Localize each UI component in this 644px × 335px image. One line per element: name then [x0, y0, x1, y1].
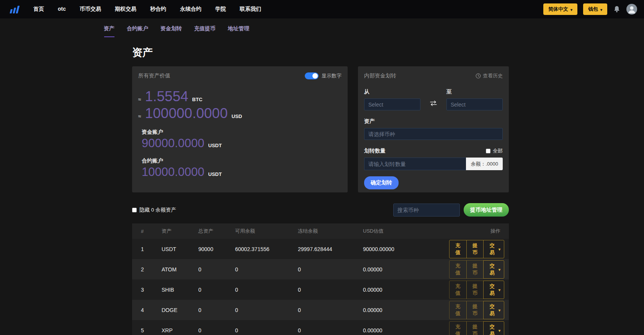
clock-icon [476, 73, 481, 79]
asset-name: ATOM [162, 266, 198, 273]
internal-transfer-card: 内部资金划转 查看历史 从 [358, 66, 509, 192]
nav-item-otc[interactable]: otc [58, 6, 66, 13]
topbar: 首页 otc 币币交易 期权交易 秒合约 永续合约 学院 联系我们 简体中文 钱… [0, 0, 644, 18]
funding-account-block: 资金账户 90000.0000 USDT [138, 129, 342, 150]
total-balance: 0 [198, 307, 235, 313]
nav-item-options-trade[interactable]: 期权交易 [115, 6, 136, 13]
nav-item-perpetual-contract[interactable]: 永续合约 [180, 6, 201, 13]
transfer-card-title: 内部资金划转 [364, 72, 396, 79]
table-row-atom: 2 ATOM 0 0 0 0.00000 充值 提币 交易 [132, 259, 509, 279]
funding-account-value: 90000.0000 [142, 136, 204, 150]
tab-deposit-withdraw[interactable]: 充值提币 [194, 25, 216, 37]
btc-total-value: 1.5554 [145, 89, 188, 105]
contract-account-value: 10000.0000 [142, 165, 204, 179]
transfer-amount-input[interactable] [364, 158, 466, 170]
nav-item-second-contract[interactable]: 秒合约 [150, 6, 166, 13]
deposit-button[interactable]: 充值 [449, 281, 467, 299]
withdraw-address-management-button[interactable]: 提币地址管理 [464, 203, 509, 217]
deposit-button[interactable]: 充值 [449, 301, 467, 319]
total-assets-card: 所有资产价值 显示数字 ≈ 1.5554 BTC ≈ 100000.0000 U… [132, 66, 348, 192]
usd-valuation: 0.00000 [363, 327, 449, 333]
total-balance: 0 [198, 266, 235, 273]
deposit-button[interactable]: 充值 [449, 260, 467, 279]
available-balance: 60002.371556 [235, 246, 298, 252]
nav-item-home[interactable]: 首页 [33, 6, 44, 13]
total-balance: 90000 [198, 246, 235, 252]
table-row-xrp: 5 XRP 0 0 0 0.00000 充值 提币 交易 [132, 320, 509, 335]
tab-address-management[interactable]: 地址管理 [228, 25, 249, 37]
withdraw-button[interactable]: 提币 [466, 260, 484, 279]
trade-dropdown-button[interactable]: 交易 [483, 260, 504, 279]
wallet-tabbar: 资产 合约账户 资金划转 充值提币 地址管理 [0, 18, 644, 37]
table-row-doge: 4 DOGE 0 0 0 0.00000 充值 提币 交易 [132, 300, 509, 320]
available-balance: 0 [235, 287, 298, 293]
approx-symbol: ≈ [138, 96, 141, 102]
chevron-down-icon [499, 266, 500, 272]
from-label: 从 [364, 89, 420, 95]
balance-addon: 余额：.0000 [466, 158, 503, 170]
main-content: 资产 所有资产价值 显示数字 ≈ 1.5554 BTC ≈ 100000.000… [132, 46, 509, 335]
btc-unit: BTC [192, 97, 203, 102]
view-history-link[interactable]: 查看历史 [476, 72, 503, 79]
notification-bell-icon[interactable] [613, 5, 621, 13]
from-select[interactable] [364, 99, 420, 110]
table-header: # 资产 总资产 可用余额 冻结余额 USD估值 操作 [132, 223, 509, 239]
trade-dropdown-button[interactable]: 交易 [483, 301, 504, 319]
checkbox[interactable] [486, 149, 490, 153]
usd-valuation: 0.00000 [363, 266, 449, 273]
tab-contract-account[interactable]: 合约账户 [127, 25, 148, 37]
table-row-shib: 3 SHIB 0 0 0 0.00000 充值 提币 交易 [132, 279, 509, 300]
usd-valuation: 0.00000 [363, 287, 449, 293]
withdraw-button[interactable]: 提币 [466, 301, 484, 319]
row-index: 5 [141, 327, 162, 333]
transfer-all-checkbox[interactable]: 全部 [486, 148, 503, 154]
withdraw-button[interactable]: 提币 [466, 321, 484, 335]
wallet-dropdown-button[interactable]: 钱包 [583, 3, 607, 15]
hide-zero-balance-checkbox[interactable]: 隐藏 0 余额资产 [132, 207, 176, 213]
approx-symbol: ≈ [138, 113, 141, 119]
trade-dropdown-button[interactable]: 交易 [483, 240, 504, 258]
toggle-switch[interactable] [305, 72, 319, 79]
person-icon [626, 4, 637, 15]
withdraw-button[interactable]: 提币 [466, 240, 484, 258]
brand-logo-icon[interactable] [10, 5, 20, 13]
search-coin-input[interactable] [393, 204, 460, 217]
confirm-transfer-button[interactable]: 确定划转 [364, 176, 399, 189]
swap-direction-icon[interactable] [429, 100, 438, 110]
contract-account-block: 合约账户 10000.0000 USDT [138, 158, 342, 179]
asset-name: DOGE [162, 307, 198, 313]
asset-name: USDT [162, 246, 198, 252]
deposit-button[interactable]: 充值 [449, 321, 467, 335]
language-dropdown-button[interactable]: 简体中文 [543, 3, 577, 15]
chevron-down-icon [499, 307, 500, 313]
trade-dropdown-button[interactable]: 交易 [483, 321, 504, 335]
row-index: 1 [141, 246, 162, 252]
deposit-button[interactable]: 充值 [449, 240, 467, 258]
to-select[interactable] [446, 99, 503, 110]
funding-account-unit: USDT [208, 143, 222, 148]
asset-select-input[interactable] [364, 128, 503, 140]
contract-account-unit: USDT [208, 171, 222, 177]
nav-item-academy[interactable]: 学院 [215, 6, 226, 13]
checkbox[interactable] [132, 208, 137, 212]
available-balance: 0 [235, 327, 298, 333]
user-avatar[interactable] [626, 4, 637, 15]
frozen-balance: 0 [298, 327, 363, 333]
row-index: 3 [141, 287, 162, 293]
show-numbers-toggle[interactable]: 显示数字 [305, 72, 342, 79]
usd-total-value: 100000.0000 [145, 105, 228, 122]
usd-unit: USD [232, 113, 242, 119]
usd-valuation: 0.00000 [363, 307, 449, 313]
tab-fund-transfer[interactable]: 资金划转 [160, 25, 182, 37]
tab-assets[interactable]: 资产 [104, 25, 114, 37]
nav-item-spot-trade[interactable]: 币币交易 [80, 6, 101, 13]
chevron-down-icon [600, 7, 602, 12]
main-nav: 首页 otc 币币交易 期权交易 秒合约 永续合约 学院 联系我们 [33, 6, 261, 13]
row-index: 4 [141, 307, 162, 313]
amount-label: 划转数量 [364, 148, 386, 154]
withdraw-button[interactable]: 提币 [466, 281, 484, 299]
available-balance: 0 [235, 307, 298, 313]
nav-item-contact-us[interactable]: 联系我们 [240, 6, 261, 13]
trade-dropdown-button[interactable]: 交易 [483, 281, 504, 299]
chevron-down-icon [499, 246, 500, 252]
